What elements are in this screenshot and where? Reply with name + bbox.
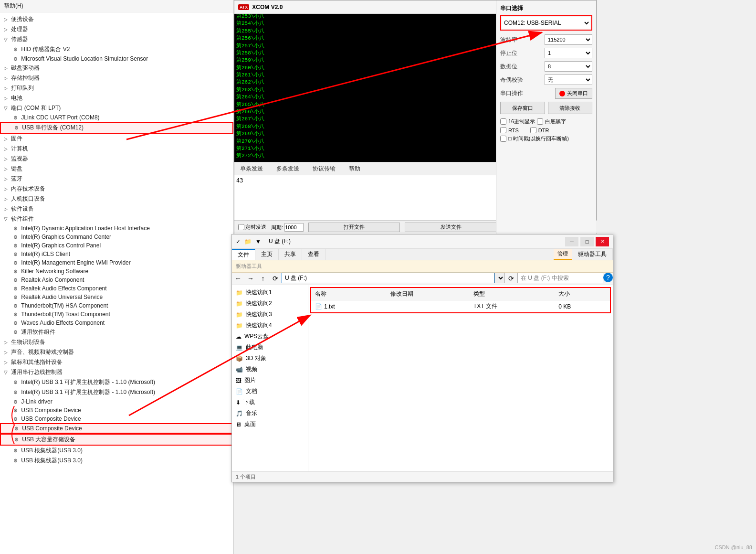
fe-sidebar-item[interactable]: 📁快速访问1 bbox=[232, 287, 308, 298]
tree-item-dm17b[interactable]: ⚙ Intel(R) Graphics Command Center bbox=[0, 233, 233, 241]
tree-item-dm10[interactable]: ▷ 计算机 bbox=[0, 144, 233, 154]
fe-toolbar-icon1[interactable]: ✓ bbox=[236, 238, 241, 245]
fe-sidebar-item[interactable]: 📁快速访问4 bbox=[232, 320, 308, 331]
xcom-tab[interactable]: 协议传输 bbox=[311, 164, 337, 174]
help-menu[interactable]: 帮助(H) bbox=[4, 2, 23, 9]
fe-up-button[interactable]: ↑ bbox=[257, 273, 269, 284]
xcom-tab[interactable]: 多条发送 bbox=[274, 164, 301, 174]
clear-recv-button[interactable]: 清除接收 bbox=[548, 102, 593, 114]
fe-sidebar-item[interactable]: ☁WPS云盘 bbox=[232, 331, 308, 342]
fe-minimize-button[interactable]: ─ bbox=[565, 237, 578, 246]
tree-item-dm13[interactable]: ▷ 蓝牙 bbox=[0, 174, 233, 184]
fe-sidebar-item[interactable]: 📦3D 对象 bbox=[232, 353, 308, 364]
timestamp-checkbox[interactable] bbox=[500, 136, 506, 142]
timed-send-checkbox[interactable] bbox=[238, 224, 244, 230]
tree-item-dm17f[interactable]: ⚙ Killer Networking Software bbox=[0, 267, 233, 276]
table-row[interactable]: 📄1.txtTXT 文件0 KB bbox=[311, 300, 610, 313]
tree-item-dm21e[interactable]: ⚙ USB Composite Device bbox=[0, 415, 233, 423]
tree-item-dm18[interactable]: ▷ 生物识别设备 bbox=[0, 337, 233, 347]
fe-tab-management[interactable]: 管理 bbox=[554, 249, 572, 260]
tree-item-dm21h[interactable]: ⚙ USB 根集线器(USB 3.0) bbox=[0, 446, 233, 456]
baud-rate-select[interactable]: 115200 bbox=[545, 34, 592, 45]
tree-item-dm21a[interactable]: ⚙ Intel(R) USB 3.1 可扩展主机控制器 - 1.10 (Micr… bbox=[0, 377, 233, 387]
fe-sidebar-item[interactable]: 🎵音乐 bbox=[232, 408, 308, 419]
fe-tab-view[interactable]: 查看 bbox=[302, 249, 326, 260]
fe-sidebar-item[interactable]: 🖥桌面 bbox=[232, 419, 308, 430]
fe-tab-drive-tools[interactable]: 驱动器工具 bbox=[572, 249, 613, 260]
tree-item-dm19[interactable]: ▷ 声音、视频和游戏控制器 bbox=[0, 347, 233, 357]
timed-send-checkbox-label[interactable]: 定时发送 bbox=[238, 224, 266, 231]
fe-go-button[interactable]: ⟳ bbox=[505, 273, 517, 284]
tree-item-dm17d[interactable]: ⚙ Intel(R) iCLS Client bbox=[0, 250, 233, 258]
cycle-ms-input[interactable] bbox=[284, 223, 304, 232]
fe-address-bar[interactable] bbox=[282, 273, 494, 283]
fe-address-dropdown[interactable] bbox=[494, 273, 505, 283]
tree-item-dm3[interactable]: ▽ 传感器 bbox=[0, 34, 233, 44]
fe-refresh-button[interactable]: ⟳ bbox=[269, 273, 282, 284]
fe-sidebar-item[interactable]: 🖼图片 bbox=[232, 375, 308, 386]
tree-item-dm20[interactable]: ▷ 鼠标和其他指针设备 bbox=[0, 357, 233, 367]
tree-item-dm21c[interactable]: ⚙ J-Link driver bbox=[0, 397, 233, 406]
tree-item-dm3b[interactable]: ⚙ Microsoft Visual Studio Location Simul… bbox=[0, 54, 233, 63]
tree-item-dm15[interactable]: ▷ 人机接口设备 bbox=[0, 194, 233, 204]
tree-item-dm11[interactable]: ▷ 监视器 bbox=[0, 154, 233, 164]
tree-item-dm1[interactable]: ▷ 便携设备 bbox=[0, 14, 233, 24]
fe-search-input[interactable] bbox=[517, 273, 603, 283]
fe-back-button[interactable]: ← bbox=[232, 273, 244, 284]
white-bg-checkbox[interactable] bbox=[537, 118, 543, 125]
tree-item-dm14[interactable]: ▷ 内存技术设备 bbox=[0, 184, 233, 194]
port-select[interactable]: COM12: USB-SERIAL bbox=[502, 17, 590, 29]
tree-item-dm8[interactable]: ▽ 端口 (COM 和 LPT) bbox=[0, 103, 233, 113]
tree-item-dm3a[interactable]: ⚙ HID 传感器集合 V2 bbox=[0, 44, 233, 54]
xcom-tab[interactable]: 帮助 bbox=[347, 164, 362, 174]
fe-tab-home[interactable]: 主页 bbox=[255, 249, 279, 260]
fe-tab-file[interactable]: 文件 bbox=[232, 249, 255, 260]
fe-maximize-button[interactable]: □ bbox=[580, 237, 594, 246]
tree-item-dm17a[interactable]: ⚙ Intel(R) Dynamic Application Loader Ho… bbox=[0, 224, 233, 233]
tree-item-dm21b[interactable]: ⚙ Intel(R) USB 3.1 可扩展主机控制器 - 1.10 (Micr… bbox=[0, 387, 233, 397]
tree-item-dm17[interactable]: ▽ 软件组件 bbox=[0, 214, 233, 224]
save-window-button[interactable]: 保存窗口 bbox=[500, 102, 545, 114]
xcom-tab[interactable]: 单条发送 bbox=[238, 164, 265, 174]
tree-item-dm17k[interactable]: ⚙ Thunderbolt(TM) Toast Component bbox=[0, 310, 233, 319]
tree-item-dm16[interactable]: ▷ 软件设备 bbox=[0, 204, 233, 214]
fe-forward-button[interactable]: → bbox=[244, 273, 257, 284]
tree-item-dm8b[interactable]: ⚙ USB 串行设备 (COM12) bbox=[0, 122, 233, 134]
close-port-button[interactable]: 关闭串口 bbox=[555, 88, 592, 99]
fe-tab-share[interactable]: 共享 bbox=[279, 249, 302, 260]
fe-toolbar-icon2[interactable]: 📁 bbox=[244, 238, 252, 245]
fe-help-button[interactable]: ? bbox=[603, 273, 613, 282]
tree-item-dm17j[interactable]: ⚙ Thunderbolt(TM) HSA Component bbox=[0, 301, 233, 310]
open-file-button[interactable]: 打开文件 bbox=[308, 223, 400, 232]
tree-item-dm17h[interactable]: ⚙ Realtek Audio Effects Component bbox=[0, 284, 233, 293]
tree-item-dm21g[interactable]: ⚙ USB 大容量存储设备 bbox=[0, 434, 233, 446]
hex-display-checkbox[interactable] bbox=[500, 118, 506, 125]
tree-item-dm17l[interactable]: ⚙ Waves Audio Effects Component bbox=[0, 319, 233, 327]
rts-checkbox[interactable] bbox=[500, 127, 506, 133]
tree-item-dm21[interactable]: ▽ 通用串行总线控制器 bbox=[0, 367, 233, 377]
tree-item-dm17e[interactable]: ⚙ Intel(R) Management Engine WMI Provide… bbox=[0, 258, 233, 267]
fe-sidebar-item[interactable]: 📹视频 bbox=[232, 364, 308, 375]
tree-item-dm17m[interactable]: ⚙ 通用软件组件 bbox=[0, 327, 233, 337]
tree-item-dm6[interactable]: ▷ 打印队列 bbox=[0, 83, 233, 93]
send-file-button[interactable]: 发送文件 bbox=[405, 223, 496, 232]
tree-item-dm17i[interactable]: ⚙ Realtek Audio Universal Service bbox=[0, 293, 233, 301]
fe-sidebar-item[interactable]: 📁快速访问3 bbox=[232, 309, 308, 320]
tree-item-dm4[interactable]: ▷ 磁盘驱动器 bbox=[0, 63, 233, 73]
fe-toolbar-icon3[interactable]: ▼ bbox=[255, 238, 261, 245]
fe-sidebar-item[interactable]: ⬇下载 bbox=[232, 397, 308, 408]
stop-bits-select[interactable]: 1 bbox=[545, 48, 592, 58]
fe-sidebar-item[interactable]: 💻此电脑 bbox=[232, 342, 308, 353]
tree-item-dm8a[interactable]: ⚙ JLink CDC UART Port (COM8) bbox=[0, 113, 233, 122]
parity-select[interactable]: 无 bbox=[545, 75, 592, 85]
tree-item-dm21f[interactable]: ⚙ USB Composite Device bbox=[0, 423, 233, 434]
fe-sidebar-item[interactable]: 📄文档 bbox=[232, 386, 308, 397]
tree-item-dm7[interactable]: ▷ 电池 bbox=[0, 93, 233, 103]
tree-item-dm12[interactable]: ▷ 键盘 bbox=[0, 164, 233, 174]
dtr-checkbox[interactable] bbox=[530, 127, 536, 133]
tree-item-dm2[interactable]: ▷ 处理器 bbox=[0, 24, 233, 34]
tree-item-dm21i[interactable]: ⚙ USB 根集线器(USB 3.0) bbox=[0, 456, 233, 466]
fe-sidebar-item[interactable]: 📁快速访问2 bbox=[232, 298, 308, 309]
data-bits-select[interactable]: 8 bbox=[545, 61, 592, 72]
tree-item-dm21d[interactable]: ⚙ USB Composite Device bbox=[0, 406, 233, 415]
